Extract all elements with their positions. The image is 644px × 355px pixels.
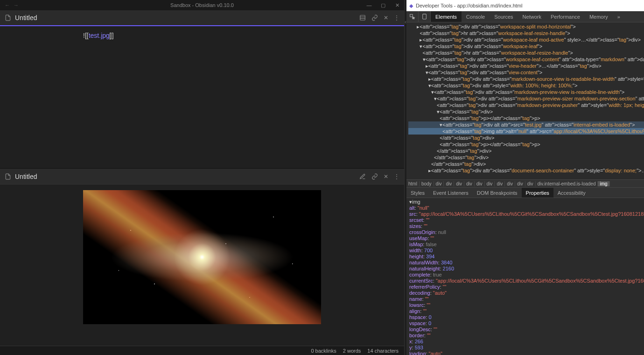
dom-node[interactable]: ▾<attr">class="tag">div> xyxy=(408,108,644,115)
more-icon[interactable]: ⋮ xyxy=(394,173,399,180)
dom-node[interactable]: ▾<attr">class="tag">div attr">style="wid… xyxy=(408,82,644,89)
minimize-icon[interactable]: — xyxy=(362,0,376,10)
dom-node[interactable]: <attr">class="tag">div attr">class="mark… xyxy=(408,102,644,108)
property-row[interactable]: src: "app://local/C%3A%5CUsers%5CLithou%… xyxy=(409,211,644,217)
file-icon xyxy=(5,14,11,21)
property-row[interactable]: srcset: "" xyxy=(409,217,644,223)
inspect-icon[interactable] xyxy=(406,11,419,22)
dom-node[interactable]: ▾<attr">class="tag">div attr">class="vie… xyxy=(408,69,644,76)
path-segment[interactable]: img xyxy=(598,181,609,186)
link-icon[interactable] xyxy=(371,14,378,21)
tab-network[interactable]: Network xyxy=(518,11,546,22)
property-row[interactable]: referrerPolicy: "" xyxy=(409,284,644,290)
dom-node[interactable]: <attr">class="tag">p></attr">class="tag"… xyxy=(408,141,644,148)
property-row[interactable]: loading: "auto" xyxy=(409,351,644,355)
property-row[interactable]: hspace: 0 xyxy=(409,314,644,320)
path-segment[interactable]: html xyxy=(406,181,420,186)
dom-node[interactable]: ▸<attr">class="tag">div attr">class="vie… xyxy=(408,63,644,69)
property-row[interactable]: useMap: "" xyxy=(409,235,644,241)
path-segment[interactable]: div xyxy=(495,181,505,186)
property-row[interactable]: y: 593 xyxy=(409,345,644,351)
dom-node[interactable]: ▸<attr">class="tag">div attr">class="doc… xyxy=(408,167,644,174)
property-row[interactable]: complete: true xyxy=(409,272,644,278)
property-row[interactable]: border: "" xyxy=(409,333,644,339)
breadcrumb-path[interactable]: htmlbodydivdivdivdivdivdivdivdivdivdivdi… xyxy=(406,179,644,188)
dom-node[interactable]: </attr">class="tag">div> xyxy=(408,154,644,161)
preview-body[interactable] xyxy=(0,185,404,346)
property-row[interactable]: naturalHeight: 2160 xyxy=(409,266,644,272)
subtab-dom-breakpoints[interactable]: DOM Breakpoints xyxy=(473,188,522,198)
subtab-properties[interactable]: Properties xyxy=(522,188,553,198)
tab-sources[interactable]: Sources xyxy=(490,11,518,22)
path-segment[interactable]: div xyxy=(444,181,454,186)
close-pane-icon[interactable]: ✕ xyxy=(384,173,388,180)
maximize-icon[interactable]: ▢ xyxy=(376,0,390,10)
path-segment[interactable]: div xyxy=(515,181,525,186)
preview-toggle-icon[interactable] xyxy=(359,14,366,21)
close-icon[interactable]: ✕ xyxy=(390,0,404,10)
dom-node[interactable]: </attr">class="tag">div> xyxy=(408,135,644,141)
tab-memory[interactable]: Memory xyxy=(585,11,613,22)
property-row[interactable]: align: "" xyxy=(409,308,644,314)
md-prefix: ![[ xyxy=(83,32,89,39)
tab-console[interactable]: Console xyxy=(462,11,490,22)
property-row[interactable]: alt: "null" xyxy=(409,205,644,211)
property-row[interactable]: vspace: 0 xyxy=(409,320,644,327)
dom-node[interactable]: <attr">class="tag">img attr">alt="null" … xyxy=(408,128,644,135)
dom-node[interactable]: ▸<attr">class="tag">div attr">class="mar… xyxy=(408,76,644,82)
dom-node[interactable]: ▸<attr">class="tag">div attr">class="wor… xyxy=(408,23,644,30)
path-segment[interactable]: div.internal-embed.is-loaded xyxy=(536,181,598,186)
properties-panel[interactable]: ▾img alt: "null" src: "app://local/C%3A%… xyxy=(406,198,644,355)
editor-pane: Untitled ✕ ⋮ ![[test.jpg]] xyxy=(0,10,404,168)
nav-back-icon[interactable]: ← xyxy=(5,2,10,8)
tab-elements[interactable]: Elements xyxy=(431,11,462,22)
property-row[interactable]: x: 266 xyxy=(409,339,644,345)
dom-node[interactable]: </attr">class="tag">div> xyxy=(408,161,644,167)
status-words: 2 words xyxy=(343,348,361,354)
dom-node[interactable]: ▾<attr">class="tag">div attr">class="wor… xyxy=(408,56,644,63)
path-segment[interactable]: div xyxy=(475,181,485,186)
dom-node[interactable]: ▾<attr">class="tag">div attr">class="wor… xyxy=(408,43,644,50)
property-row[interactable]: name: "" xyxy=(409,296,644,302)
property-row[interactable]: longDesc: "" xyxy=(409,327,644,333)
subtab-styles[interactable]: Styles xyxy=(406,188,429,198)
tabs-overflow-icon[interactable]: » xyxy=(613,11,625,22)
dom-node[interactable]: <attr">class="tag">p></attr">class="tag"… xyxy=(408,115,644,121)
dom-node[interactable]: ▸<attr">class="tag">div attr">class="wor… xyxy=(408,36,644,43)
subtab-event-listeners[interactable]: Event Listeners xyxy=(429,188,473,198)
path-segment[interactable]: div xyxy=(485,181,495,186)
dom-node[interactable]: </attr">class="tag">div> xyxy=(408,148,644,154)
path-segment[interactable]: div xyxy=(434,181,444,186)
more-icon[interactable]: ⋮ xyxy=(394,14,399,21)
property-row[interactable]: width: 700 xyxy=(409,248,644,254)
nav-forward-icon[interactable]: → xyxy=(14,2,19,8)
path-segment[interactable]: div xyxy=(464,181,475,186)
property-row[interactable]: currentSrc: "app://local/C%3A%5CUsers%5C… xyxy=(409,278,644,284)
dom-node[interactable]: <attr">class="tag">hr attr">class="works… xyxy=(408,50,644,56)
editor-body[interactable]: ![[test.jpg]] xyxy=(0,26,404,168)
property-row[interactable]: isMap: false xyxy=(409,241,644,248)
property-row[interactable]: lowsrc: "" xyxy=(409,302,644,308)
dom-node[interactable]: ▾<attr">class="tag">div alt attr">src="t… xyxy=(408,121,644,128)
path-segment[interactable]: div xyxy=(525,181,536,186)
path-segment[interactable]: div xyxy=(505,181,515,186)
subtab-accessibility[interactable]: Accessibility xyxy=(553,188,590,198)
device-icon[interactable] xyxy=(419,11,431,22)
close-pane-icon[interactable]: ✕ xyxy=(384,14,388,21)
link-icon[interactable] xyxy=(371,173,378,180)
edit-toggle-icon[interactable] xyxy=(359,173,366,180)
property-row[interactable]: crossOrigin: null xyxy=(409,229,644,235)
property-row[interactable]: height: 394 xyxy=(409,254,644,260)
dom-node[interactable]: <attr">class="tag">hr attr">class="works… xyxy=(408,30,644,36)
dom-node[interactable]: ▾<attr">class="tag">div attr">class="mar… xyxy=(408,89,644,95)
path-segment[interactable]: div xyxy=(454,181,464,186)
elements-dom-tree[interactable]: ▸<attr">class="tag">div attr">class="wor… xyxy=(406,22,644,179)
path-segment[interactable]: body xyxy=(420,181,434,186)
dom-node[interactable]: ▾<attr">class="tag">div attr">class="mar… xyxy=(408,95,644,102)
props-header[interactable]: ▾img xyxy=(409,199,644,205)
tab-performance[interactable]: Performance xyxy=(546,11,585,22)
property-row[interactable]: naturalWidth: 3840 xyxy=(409,260,644,266)
property-row[interactable]: sizes: "" xyxy=(409,223,644,229)
obsidian-window: ← → Sandbox - Obsidian v0.10.0 — ▢ ✕ Unt… xyxy=(0,0,404,355)
property-row[interactable]: decoding: "auto" xyxy=(409,290,644,296)
